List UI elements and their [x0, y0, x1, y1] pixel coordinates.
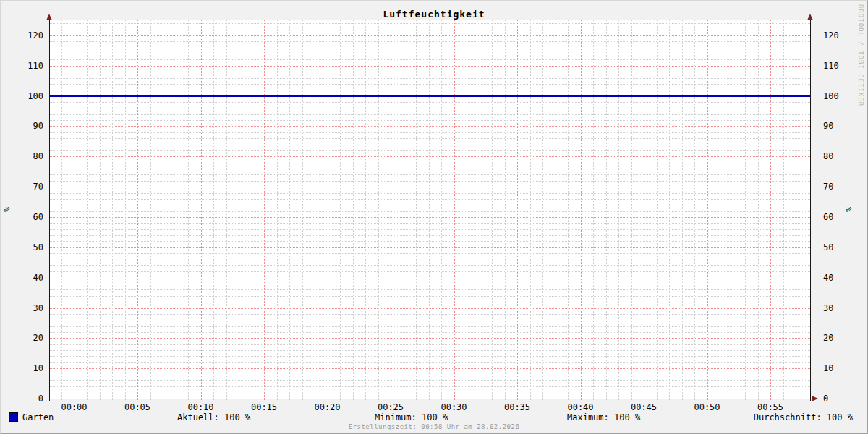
x-tick-label: 00:00	[49, 402, 100, 412]
y-tick-label-left: 120	[14, 30, 43, 41]
minor-vgridline	[340, 20, 341, 401]
minor-vgridline	[492, 20, 493, 401]
minor-vgridline	[530, 20, 531, 401]
y-tick-label-right: 50	[823, 242, 852, 252]
x-tick-label: 00:40	[556, 402, 606, 412]
major-vgridline	[581, 20, 582, 401]
stat-maximum: Maximum: 100 %	[567, 412, 640, 422]
minor-vgridline	[176, 20, 176, 401]
major-vgridline	[707, 20, 708, 401]
minor-vgridline	[694, 20, 695, 401]
minor-vgridline	[315, 20, 315, 401]
y-tick-label-right: 30	[823, 303, 852, 313]
x-tick-label: 00:10	[176, 402, 226, 412]
minor-vgridline	[61, 20, 62, 401]
x-axis	[45, 399, 814, 399]
y-tick-label-left: 80	[14, 151, 43, 161]
stat-aktuell: Aktuell: 100 %	[177, 412, 250, 422]
minor-vgridline	[556, 20, 556, 401]
minor-vgridline	[631, 20, 632, 401]
series-line-garten	[50, 95, 810, 97]
x-tick-label: 00:15	[239, 402, 289, 412]
x-tick-label: 00:20	[302, 402, 353, 412]
stat-durchschnitt: Durchschnitt: 100 %	[754, 412, 853, 422]
major-vgridline	[264, 20, 265, 401]
stat-minimum: Minimum: 100 %	[375, 412, 448, 422]
minor-vgridline	[480, 20, 480, 401]
minor-vgridline	[758, 20, 759, 401]
y-tick-label-left: 20	[14, 333, 43, 343]
y-tick-label-right: 80	[823, 151, 852, 161]
minor-vgridline	[353, 20, 354, 401]
major-vgridline	[517, 20, 518, 401]
minor-vgridline	[226, 20, 227, 401]
y-axis-right-arrow-icon	[807, 14, 813, 20]
y-tick-label-left: 110	[14, 61, 43, 71]
minor-vgridline	[87, 20, 88, 401]
y-tick-label-right: 40	[823, 273, 852, 283]
minor-vgridline	[593, 20, 594, 401]
y-tick-label-right: 60	[823, 212, 852, 222]
major-vgridline	[137, 20, 138, 401]
minor-vgridline	[112, 20, 113, 401]
y-tick-label-left: 30	[14, 303, 43, 313]
minor-vgridline	[657, 20, 658, 401]
minor-vgridline	[733, 20, 733, 401]
y-axis-right	[810, 15, 811, 401]
y-axis-left-arrow-icon	[46, 14, 52, 20]
y-tick-label-right: 0	[823, 393, 852, 404]
rrdtool-graph: Luftfeuchtigkeit RRDTOOL / TOBI OETIKER …	[0, 0, 868, 434]
minor-vgridline	[378, 20, 379, 401]
y-tick-label-left: 10	[14, 363, 43, 373]
major-vgridline	[454, 20, 455, 401]
minor-vgridline	[429, 20, 430, 401]
y-axis-left	[49, 15, 50, 401]
minor-vgridline	[783, 20, 784, 401]
minor-vgridline	[125, 20, 126, 401]
major-vgridline	[328, 20, 328, 401]
legend-color-swatch	[9, 412, 18, 422]
minor-vgridline	[606, 20, 607, 401]
y-tick-label-left: 90	[14, 121, 43, 131]
minor-vgridline	[365, 20, 366, 401]
minor-vgridline	[467, 20, 467, 401]
y-tick-label-right: 10	[823, 363, 852, 373]
minor-vgridline	[809, 20, 809, 401]
major-vgridline	[644, 20, 644, 401]
y-tick-label-left: 100	[14, 91, 43, 101]
minor-vgridline	[796, 20, 796, 401]
major-vgridline	[770, 20, 771, 401]
y-tick-label-left: 50	[14, 242, 43, 252]
minor-vgridline	[252, 20, 252, 401]
minor-vgridline	[568, 20, 569, 401]
minor-vgridline	[669, 20, 670, 401]
minor-vgridline	[302, 20, 303, 401]
x-tick-label: 00:50	[682, 402, 733, 412]
minor-vgridline	[213, 20, 214, 401]
minor-vgridline	[150, 20, 151, 401]
legend-row: Garten Aktuell: 100 % Minimum: 100 % Max…	[1, 412, 867, 423]
minor-vgridline	[100, 20, 101, 401]
rrdtool-watermark: RRDTOOL / TOBI OETIKER	[857, 4, 864, 106]
x-tick-label: 00:05	[112, 402, 163, 412]
y-tick-label-right: 120	[823, 30, 852, 41]
major-vgridline	[75, 20, 75, 401]
minor-vgridline	[289, 20, 290, 401]
minor-vgridline	[745, 20, 746, 401]
x-axis-arrow-icon	[812, 396, 818, 401]
minor-vgridline	[404, 20, 404, 401]
major-vgridline	[201, 20, 202, 401]
x-tick-label: 00:25	[365, 402, 416, 412]
minor-vgridline	[163, 20, 163, 401]
plot-canvas	[50, 20, 810, 399]
y-tick-label-left: 70	[14, 182, 43, 192]
y-tick-label-left: 40	[14, 273, 43, 283]
y-tick-label-right: 70	[823, 182, 852, 192]
minor-vgridline	[720, 20, 720, 401]
y-tick-label-right: 20	[823, 333, 852, 343]
minor-vgridline	[277, 20, 278, 401]
y-tick-label-right: 110	[823, 61, 852, 71]
x-tick-label: 00:55	[745, 402, 796, 412]
legend-series-label: Garten	[22, 412, 54, 422]
y-axis-unit-right: %	[844, 207, 854, 212]
